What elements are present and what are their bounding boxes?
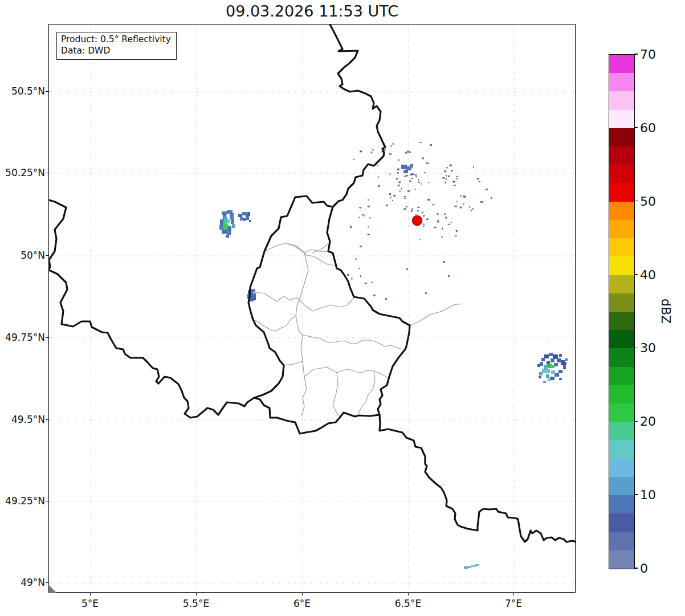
colorbar-segment [609,440,634,458]
clutter-speckle [428,182,429,183]
clutter-speckle [479,181,480,182]
clutter-speckle [398,185,400,186]
clutter-speckle [473,166,474,168]
clutter-speckle [477,178,479,180]
colorbar-tick-label: 10 [640,488,656,502]
radar-echo-cell [247,212,250,216]
clutter-speckle [360,246,362,247]
clutter-speckle [417,210,419,211]
clutter-speckle [452,181,455,182]
admin-border [410,304,462,325]
admin-border [287,244,335,266]
figure-title: 09.03.2026 11:53 UTC [48,2,576,20]
clutter-speckle [437,222,439,223]
radar-echo-cell [549,353,553,356]
radar-echo-cell [546,374,549,378]
clutter-speckle [377,165,378,166]
x-axis-tick-label: 6.5°E [395,598,421,609]
colorbar-tick-mark [634,348,638,348]
clutter-speckle [451,222,452,223]
clutter-speckle [454,185,456,186]
clutter-speckle [373,149,374,151]
radar-echo-cell [548,378,551,381]
clutter-speckle [456,178,458,180]
colorbar-axis-label: dBZ [659,299,673,324]
clutter-speckle [386,205,388,206]
clutter-speckle [404,196,406,197]
y-axis-tick-label: 50°N [21,250,45,261]
clutter-speckle [403,208,406,210]
clutter-speckle [472,208,474,210]
colorbar-segment [609,128,634,146]
map-canvas [49,25,576,593]
colorbar-segment [609,293,634,312]
colorbar-segment [609,220,634,238]
map-corner-artifact [49,585,57,593]
clutter-speckle [398,159,399,161]
x-axis-tick-label: 6°E [293,598,311,609]
radar-echo-cell [563,365,566,369]
colorbar-segment [609,202,634,220]
radar-echo-cell [564,362,566,365]
clutter-speckle [456,176,458,177]
clutter-speckle [392,200,393,201]
radar-echo-cell [471,565,476,567]
clutter-speckle [368,234,370,235]
clutter-speckle [393,195,395,197]
clutter-speckle [444,214,446,215]
clutter-speckle [438,220,439,221]
clutter-speckle [347,274,349,276]
radar-echo-cell [243,218,246,221]
clutter-speckle [423,226,424,227]
clutter-speckle [410,174,411,176]
clutter-speckle [444,170,446,172]
clutter-speckle [390,193,391,195]
clutter-speckle [406,268,408,270]
radar-echo-cell [551,370,555,374]
clutter-speckle [446,178,447,180]
y-axis-tickmark [46,255,48,256]
y-axis-tickmark [46,91,48,92]
colorbar-segment [609,183,634,201]
colorbar-segment [609,238,634,256]
radar-echo-cell [558,370,562,373]
colorbar-tick-mark [634,274,638,275]
clutter-speckle [359,207,361,209]
radar-echo-cell [546,369,550,373]
clutter-speckle [491,197,492,199]
colorbar-segment [609,348,634,366]
y-axis-tickmark [46,419,48,420]
radar-echo-cell [554,373,559,377]
clutter-speckle [421,183,422,185]
radar-echo-cell [238,214,242,217]
clutter-speckle [471,210,472,211]
clutter-speckle [420,142,422,143]
radar-echo-cell [547,364,552,368]
y-axis-tickmark [46,582,48,583]
clutter-speckle [463,195,466,198]
colorbar-tick-label: 30 [640,341,656,355]
radar-echo-cell [227,219,230,223]
clutter-speckle [422,157,424,159]
clutter-speckle [370,152,372,153]
map-plot-area [48,24,576,593]
clutter-speckle [442,228,443,230]
clutter-speckle [426,218,428,220]
clutter-speckle [441,236,442,238]
y-axis-tickmark [46,173,48,173]
radar-echo-cell [539,376,541,378]
colorbar-tick-label: 70 [640,47,656,62]
y-axis-tick-label: 49.5°N [11,414,45,425]
clutter-speckle [390,197,392,198]
admin-border [303,335,402,349]
clutter-speckle [406,206,407,207]
product-info-line2: Data: DWD [61,46,171,57]
clutter-speckle [456,230,458,232]
clutter-speckle [398,181,401,183]
colorbar-segment [609,495,634,513]
radar-echo-cell [475,564,479,566]
country-border [330,25,385,207]
y-axis-tick-label: 50.5°N [11,85,45,97]
radar-echo-cell [222,230,227,234]
radar-echo-cell [401,165,407,169]
